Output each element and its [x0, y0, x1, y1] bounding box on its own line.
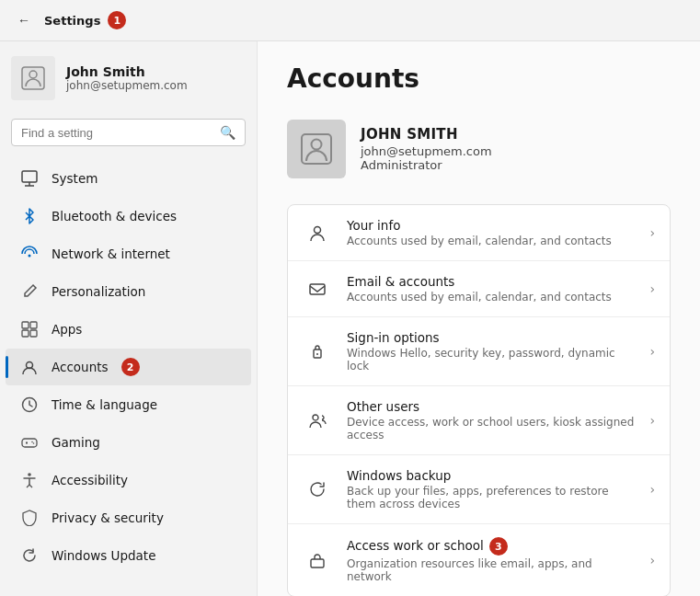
update-nav-icon — [20, 546, 39, 565]
other-users-icon — [303, 406, 332, 435]
your-info-title: Your info — [347, 218, 612, 233]
access-work-desc: Organization resources like email, apps,… — [347, 557, 635, 583]
time-nav-label: Time & language — [52, 397, 157, 412]
other-users-chevron: › — [649, 413, 655, 428]
svg-point-17 — [28, 473, 31, 476]
svg-point-16 — [33, 442, 35, 444]
user-profile: John Smith john@setupmem.com — [0, 41, 257, 115]
avatar — [11, 56, 55, 100]
settings-item-signin-options[interactable]: Sign-in options Windows Hello, security … — [288, 317, 670, 386]
accessibility-nav-icon — [20, 471, 39, 489]
gaming-nav-label: Gaming — [52, 435, 100, 450]
access-work-text: Access work or school3 Organization reso… — [347, 537, 635, 583]
svg-point-5 — [29, 255, 31, 258]
badge-accounts: 2 — [121, 358, 140, 376]
accounts-nav-icon — [20, 358, 39, 376]
time-nav-icon — [20, 395, 39, 414]
sidebar-item-bluetooth[interactable]: Bluetooth & devices — [6, 198, 251, 235]
search-input[interactable] — [21, 126, 212, 140]
svg-rect-2 — [22, 171, 37, 182]
email-accounts-desc: Accounts used by email, calendar, and co… — [347, 291, 612, 304]
personalization-nav-label: Personalization — [52, 284, 145, 299]
account-name: JOHN SMITH — [361, 126, 492, 143]
title-text: Settings — [44, 14, 100, 28]
sidebar-item-privacy[interactable]: Privacy & security — [6, 499, 251, 536]
your-info-icon — [303, 218, 332, 247]
accessibility-nav-label: Accessibility — [52, 473, 128, 487]
email-accounts-title: Email & accounts — [347, 274, 612, 289]
signin-options-text: Sign-in options Windows Hello, security … — [347, 330, 635, 372]
your-info-chevron: › — [649, 225, 655, 240]
account-role: Administrator — [361, 158, 492, 172]
personalization-nav-icon — [20, 282, 39, 301]
sidebar-item-update[interactable]: Windows Update — [6, 537, 251, 574]
access-work-title: Access work or school3 — [347, 537, 635, 556]
svg-rect-9 — [30, 330, 37, 337]
signin-options-chevron: › — [649, 344, 655, 359]
svg-rect-7 — [30, 322, 37, 328]
other-users-desc: Device access, work or school users, kio… — [347, 416, 635, 441]
account-details: JOHN SMITH john@setupmem.com Administrat… — [361, 126, 492, 172]
user-email: john@setupmem.com — [66, 79, 188, 92]
bluetooth-nav-label: Bluetooth & devices — [52, 209, 177, 224]
settings-list: Your info Accounts used by email, calend… — [287, 204, 671, 596]
svg-point-26 — [313, 415, 318, 420]
windows-backup-text: Windows backup Back up your files, apps,… — [347, 468, 635, 510]
sidebar: John Smith john@setupmem.com 🔍 System Bl… — [0, 41, 258, 596]
sidebar-item-accounts[interactable]: Accounts 2 — [6, 349, 251, 385]
sidebar-item-apps[interactable]: Apps — [6, 311, 251, 348]
svg-point-25 — [316, 353, 318, 355]
update-nav-label: Windows Update — [52, 548, 155, 563]
privacy-nav-icon — [20, 509, 39, 527]
svg-rect-8 — [22, 330, 29, 337]
badge-1: 1 — [108, 11, 126, 29]
account-header: JOHN SMITH john@setupmem.com Administrat… — [287, 112, 671, 186]
account-avatar — [287, 120, 346, 178]
account-email: john@setupmem.com — [361, 144, 492, 158]
gaming-nav-icon — [20, 433, 39, 452]
user-name: John Smith — [66, 64, 188, 79]
badge-access-work: 3 — [489, 537, 508, 556]
other-users-text: Other users Device access, work or schoo… — [347, 399, 635, 441]
svg-rect-12 — [22, 439, 37, 447]
other-users-title: Other users — [347, 399, 635, 414]
main-content: Accounts JOHN SMITH john@setupmem.com Ad… — [258, 41, 700, 596]
settings-item-windows-backup[interactable]: Windows backup Back up your files, apps,… — [288, 455, 670, 524]
sidebar-item-personalization[interactable]: Personalization — [6, 273, 251, 310]
windows-backup-icon — [303, 475, 332, 504]
back-button[interactable]: ← — [11, 7, 37, 33]
access-work-chevron: › — [649, 553, 655, 567]
windows-backup-desc: Back up your files, apps, preferences to… — [347, 485, 635, 510]
sidebar-item-gaming[interactable]: Gaming — [6, 424, 251, 461]
access-work-icon — [303, 545, 332, 575]
apps-nav-label: Apps — [52, 322, 82, 337]
svg-rect-6 — [22, 322, 29, 328]
settings-item-your-info[interactable]: Your info Accounts used by email, calend… — [288, 205, 670, 261]
bluetooth-nav-icon — [20, 207, 39, 225]
email-accounts-icon — [303, 274, 332, 304]
svg-point-22 — [315, 227, 321, 234]
sidebar-item-network[interactable]: Network & internet — [6, 235, 251, 272]
signin-options-icon — [303, 337, 332, 366]
windows-backup-title: Windows backup — [347, 468, 635, 483]
settings-item-other-users[interactable]: Other users Device access, work or schoo… — [288, 386, 670, 455]
privacy-nav-label: Privacy & security — [52, 510, 164, 525]
page-title: Accounts — [287, 63, 671, 94]
network-nav-label: Network & internet — [52, 246, 170, 261]
search-box[interactable]: 🔍 — [11, 119, 246, 146]
email-accounts-text: Email & accounts Accounts used by email,… — [347, 274, 612, 304]
signin-options-desc: Windows Hello, security key, password, d… — [347, 347, 635, 372]
nav-list: System Bluetooth & devices Network & int… — [0, 155, 257, 579]
signin-options-title: Sign-in options — [347, 330, 635, 345]
email-accounts-chevron: › — [649, 281, 655, 296]
settings-item-access-work[interactable]: Access work or school3 Organization reso… — [288, 524, 670, 596]
sidebar-item-accessibility[interactable]: Accessibility — [6, 462, 251, 499]
sidebar-item-system[interactable]: System — [6, 160, 251, 197]
title-bar: ← Settings 1 — [0, 0, 700, 41]
svg-rect-23 — [310, 284, 325, 294]
svg-point-15 — [31, 441, 33, 443]
network-nav-icon — [20, 245, 39, 263]
settings-item-email-accounts[interactable]: Email & accounts Accounts used by email,… — [288, 261, 670, 317]
sidebar-item-time[interactable]: Time & language — [6, 386, 251, 423]
accounts-nav-label: Accounts — [52, 360, 109, 374]
